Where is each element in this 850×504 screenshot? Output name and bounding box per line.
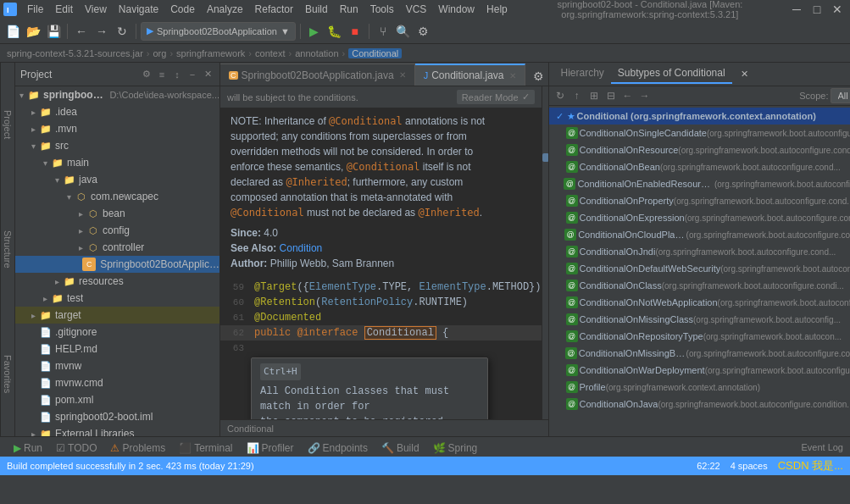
sync-btn[interactable]: ↻ [113,22,131,41]
menu-vcs[interactable]: VCS [401,2,432,17]
hier-root[interactable]: ✓ ★ Conditional (org.springframework.con… [549,108,851,125]
maximize-button[interactable]: □ [808,0,826,19]
hier-collapse-btn[interactable]: ⊟ [603,88,619,103]
menu-refactor[interactable]: Refactor [250,2,298,17]
menu-code[interactable]: Code [165,2,200,17]
editor-settings-icon[interactable]: ⚙ [530,67,548,86]
tree-mvn[interactable]: ▸ 📁 .mvn [15,120,219,137]
bottom-tab-build[interactable]: 🔨 Build [375,437,426,457]
tree-bean[interactable]: ▸ ⬡ bean [15,205,219,222]
hier-item-2[interactable]: @ ConditionalOnBean (org.springframework… [549,158,851,175]
status-indent[interactable]: 4 spaces [731,461,768,471]
breadcrumb-jar[interactable]: spring-context-5.3.21-sources.jar [7,48,143,58]
hier-item-7[interactable]: @ ConditionalOnJndi (org.springframework… [549,243,851,260]
reader-mode-badge[interactable]: Reader Mode ✓ [457,90,535,104]
tree-java[interactable]: ▾ 📁 java [15,171,219,188]
menu-edit[interactable]: Edit [50,2,78,17]
menu-window[interactable]: Window [433,2,480,17]
tree-config[interactable]: ▸ ⬡ config [15,222,219,239]
hier-item-16[interactable]: @ ConditionalOnJava (org.springframework… [549,396,851,413]
tree-idea[interactable]: ▸ 📁 .idea [15,103,219,120]
hier-item-12[interactable]: @ ConditionalOnRepositoryType (org.sprin… [549,328,851,345]
stop-btn[interactable]: ■ [346,22,364,41]
bottom-tab-spring[interactable]: 🌿 Spring [426,437,485,457]
tree-com-newcapec[interactable]: ▾ ⬡ com.newcapec [15,188,219,205]
sidebar-sort-icon[interactable]: ↕ [170,68,184,81]
tree-controller[interactable]: ▸ ⬡ controller [15,239,219,256]
tab-close-0[interactable]: ✕ [399,70,406,80]
back-btn[interactable]: ← [72,22,91,41]
bottom-tab-todo[interactable]: ☑ TODO [49,437,103,457]
hier-item-8[interactable]: @ ConditionalOnDefaultWebSecurity (org.s… [549,260,851,277]
breadcrumb-org[interactable]: org [153,48,166,58]
git-btn[interactable]: ⑂ [374,22,392,41]
save-all-btn[interactable]: 💾 [44,22,63,41]
breadcrumb-annotation[interactable]: annotation [295,48,338,58]
breadcrumb-conditional[interactable]: Conditional [348,48,402,58]
menu-file[interactable]: File [22,2,48,17]
tree-root[interactable]: ▾ 📁 springboot02-boot D:\Code\idea-works… [15,86,219,103]
hier-prev-btn[interactable]: ← [620,88,636,103]
tree-mvnw[interactable]: 📄 mvnw [15,357,219,374]
minimize-button[interactable]: ─ [787,0,806,19]
hier-item-6[interactable]: @ ConditionalOnCloudPlatform (org.spring… [549,226,851,243]
hier-item-0[interactable]: @ ConditionalOnSingleCandidate (org.spri… [549,125,851,141]
menu-analyze[interactable]: Analyze [202,2,248,17]
tree-pom[interactable]: 📄 pom.xml [15,391,219,408]
menu-view[interactable]: View [80,2,112,17]
hier-refresh-btn[interactable]: ↻ [553,88,568,103]
hier-item-9[interactable]: @ ConditionalOnClass (org.springframewor… [549,277,851,294]
hier-item-3[interactable]: @ ConditionalOnEnabledResourceChain (org… [549,175,851,192]
tab-subtypes[interactable]: Subtypes of Conditional [611,65,732,84]
forward-btn[interactable]: → [92,22,111,41]
tree-springboot-app[interactable]: C Springboot02BootApplicati... [15,256,219,273]
debug-btn[interactable]: 🐛 [325,22,344,41]
hier-item-11[interactable]: @ ConditionalOnMissingClass (org.springf… [549,311,851,328]
tab-springboot-app[interactable]: C Springboot02BootApplication.java ✕ [220,64,415,86]
new-file-btn[interactable]: 📄 [3,22,22,41]
tree-gitignore[interactable]: 📄 .gitignore [15,324,219,341]
tree-test[interactable]: ▸ 📁 test [15,290,219,307]
hier-next-btn[interactable]: → [637,88,653,103]
hier-item-10[interactable]: @ ConditionalOnNotWebApplication (org.sp… [549,294,851,311]
tab-close-1[interactable]: ✕ [509,71,516,80]
sidebar-layout-icon[interactable]: ≡ [155,68,169,81]
bottom-tab-run[interactable]: ▶ Run [7,437,49,457]
tree-src[interactable]: ▾ 📁 src [15,137,219,154]
bottom-tab-profiler[interactable]: 📊 Profiler [240,437,301,457]
bottom-tab-endpoints[interactable]: 🔗 Endpoints [301,437,375,457]
tree-target[interactable]: ▸ 📁 target [15,307,219,324]
project-selector[interactable]: ▶ Springboot02BootApplication ▼ [141,22,296,41]
sidebar-config-icon[interactable]: ⚙ [140,68,153,81]
tab-conditional[interactable]: J Conditional.java ✕ [415,64,525,86]
hier-item-1[interactable]: @ ConditionalOnResource (org.springframe… [549,141,851,158]
breadcrumb-context[interactable]: context [255,48,285,58]
hierarchy-close[interactable]: ✕ [736,65,754,84]
hierarchy-settings-icon[interactable]: ⚙ [847,65,851,84]
menu-build[interactable]: Build [300,2,333,17]
hier-up-btn[interactable]: ↑ [569,88,585,103]
sidebar-structure-tab[interactable]: Structure [0,187,14,312]
sidebar-close-icon[interactable]: ✕ [201,68,214,81]
condition-link[interactable]: Condition [280,242,323,254]
run-btn[interactable]: ▶ [305,22,324,41]
sidebar-favorites-tab[interactable]: Favorites [0,312,14,436]
tree-resources[interactable]: ▸ 📁 resources [15,273,219,290]
tree-iml[interactable]: 📄 springboot02-boot.iml [15,408,219,425]
settings-btn[interactable]: ⚙ [414,22,433,41]
menu-run[interactable]: Run [335,2,364,17]
scope-selector[interactable]: All [831,88,851,103]
hier-item-13[interactable]: @ ConditionalOnMissingBean (org.springfr… [549,345,851,362]
hier-item-5[interactable]: @ ConditionalOnExpression (org.springfra… [549,209,851,226]
close-button[interactable]: ✕ [828,0,847,19]
hier-item-15[interactable]: @ Profile (org.springframework.context.a… [549,379,851,396]
tab-hierarchy[interactable]: Hierarchy [554,65,611,84]
search-btn[interactable]: 🔍 [394,22,413,41]
menu-navigate[interactable]: Navigate [114,2,164,17]
editor-scroll[interactable]: will be subject to the conditions. Reade… [220,86,542,419]
tree-mvnw-cmd[interactable]: 📄 mvnw.cmd [15,374,219,391]
open-btn[interactable]: 📂 [24,22,42,41]
bottom-tab-problems[interactable]: ⚠ Problems [103,437,172,457]
editor-scrollbar[interactable] [542,86,548,419]
sidebar-collapse-icon[interactable]: − [186,68,199,81]
